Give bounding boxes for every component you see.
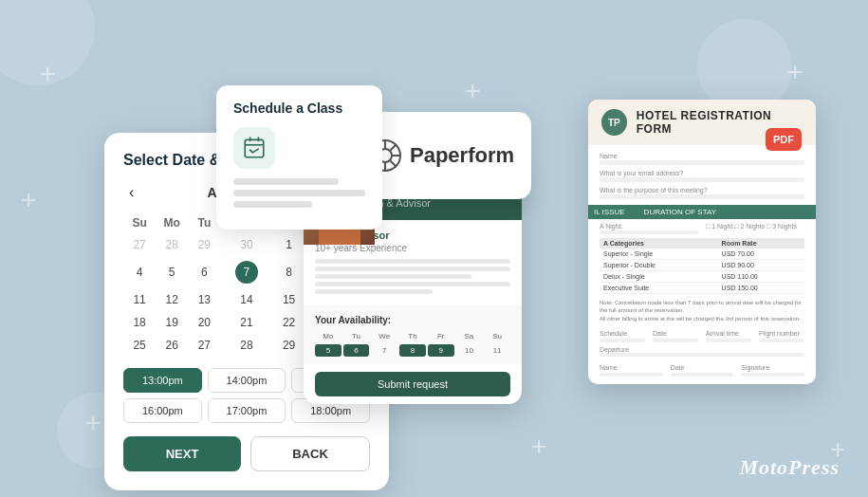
plus-deco-3: +	[85, 408, 101, 438]
cal-day[interactable]: 5	[156, 256, 188, 288]
time-slot-1400[interactable]: 14:00pm	[208, 368, 286, 393]
availability-calendar: Mo Tu We Th Fr Sa Su 5 6 7 8 9 10 11	[315, 330, 510, 357]
motopress-logo: MotoPress	[739, 455, 840, 480]
hotel-logo: TP	[601, 109, 627, 136]
cal-day[interactable]: 14	[220, 288, 272, 311]
availability-title: Your Availability:	[315, 315, 510, 325]
back-button[interactable]: BACK	[250, 436, 370, 471]
plus-deco-4: +	[465, 76, 480, 106]
table-row: Executive Suite USD 150.00	[600, 283, 804, 294]
hotel-note: Note: Cancellation made less than 7 days…	[600, 299, 804, 322]
cal-header-su: Su	[123, 212, 156, 233]
plus-deco-2: +	[21, 185, 36, 215]
plus-deco-5: +	[531, 432, 546, 462]
hotel-field-name: Name	[600, 153, 804, 165]
cal-day[interactable]: 18	[123, 311, 156, 334]
svg-line-9	[390, 144, 397, 151]
cal-day[interactable]: 15	[273, 288, 305, 311]
text-line-1	[233, 178, 339, 185]
cal-day[interactable]: 8	[273, 256, 305, 288]
table-row: Delux - Single USD 110.00	[600, 271, 804, 283]
calendar-prev-btn[interactable]: ‹	[123, 182, 139, 203]
hotel-arrival-info: A Night: □ 1 Night □ 2 Nights □ 3 Nights	[600, 223, 804, 234]
cal-day[interactable]: 6	[188, 256, 220, 288]
cal-day[interactable]: 29	[273, 334, 305, 357]
table-row: Superior - Single USD 70.00	[600, 248, 804, 260]
cal-day[interactable]: 29	[188, 233, 220, 256]
hotel-room-table: A Categories Room Rate Superior - Single…	[600, 238, 804, 294]
time-slot-1700[interactable]: 17:00pm	[208, 398, 286, 423]
table-header-category: A Categories	[600, 238, 718, 248]
paperform-name: Paperform	[410, 143, 514, 168]
text-line-2	[233, 190, 365, 196]
cal-day[interactable]: 26	[156, 334, 188, 357]
cal-day[interactable]: 12	[156, 288, 188, 311]
time-slot-1600[interactable]: 16:00pm	[123, 398, 202, 423]
schedule-card: Schedule a Class	[216, 85, 382, 230]
plus-deco-6: +	[787, 57, 803, 87]
cal-day[interactable]: 28	[220, 334, 272, 357]
table-row: Superior - Double USD 90.00	[600, 260, 804, 271]
hotel-body: Name What is your email address? What is…	[588, 145, 816, 384]
main-container: + + + + + + + Schedule a Class Select Da…	[0, 0, 868, 497]
table-header-rate: Room Rate	[718, 238, 804, 248]
schedule-text-lines	[233, 178, 365, 208]
hotel-departure-line	[600, 353, 804, 357]
next-button[interactable]: NEXT	[123, 436, 241, 471]
hotel-field-email: What is your email address?	[600, 170, 804, 182]
svg-line-8	[390, 160, 397, 167]
cal-day[interactable]: 4	[123, 256, 156, 288]
calendar-check-icon	[242, 136, 267, 160]
svg-rect-0	[245, 139, 264, 156]
cal-day[interactable]: 22	[273, 311, 305, 334]
cal-day[interactable]: 25	[123, 334, 156, 357]
cal-day[interactable]: 27	[123, 233, 156, 256]
cal-day[interactable]: 11	[123, 288, 156, 311]
cal-day-today[interactable]: 7	[220, 256, 272, 288]
hotel-field-meeting: What is the purpose of this meeting?	[600, 187, 804, 199]
schedule-card-title: Schedule a Class	[233, 101, 365, 116]
cal-day[interactable]: 13	[188, 288, 220, 311]
plus-deco-1: +	[40, 59, 55, 89]
paperform-logo: Paperform	[368, 138, 514, 173]
cal-day[interactable]: 1	[273, 233, 305, 256]
text-line-3	[233, 201, 312, 208]
hotel-sig-row-2: Name Date Signature	[600, 364, 804, 377]
hotel-sig-row-1: Schedule Date Arrival time Flight number	[600, 330, 804, 342]
time-slot-1300[interactable]: 13:00pm	[123, 368, 202, 393]
cal-day[interactable]: 21	[220, 311, 272, 334]
cal-header-mo: Mo	[156, 212, 188, 233]
cal-day[interactable]: 19	[156, 311, 188, 334]
cal-day[interactable]: 20	[188, 311, 220, 334]
availability-section: Your Availability: Mo Tu We Th Fr Sa Su …	[304, 306, 522, 364]
calendar-action-buttons: NEXT BACK	[123, 436, 370, 471]
pdf-badge: PDF	[766, 128, 802, 151]
profile-description	[315, 259, 510, 294]
submit-request-button[interactable]: Submit request	[315, 372, 510, 396]
hotel-section-header: IL ISSUE DURATION OF STAY	[588, 205, 816, 219]
cal-day[interactable]: 30	[220, 233, 272, 256]
schedule-icon-wrap	[233, 127, 275, 169]
cal-day[interactable]: 27	[188, 334, 220, 357]
cal-day[interactable]: 28	[156, 233, 188, 256]
hotel-departure-label: Departure	[600, 346, 804, 353]
